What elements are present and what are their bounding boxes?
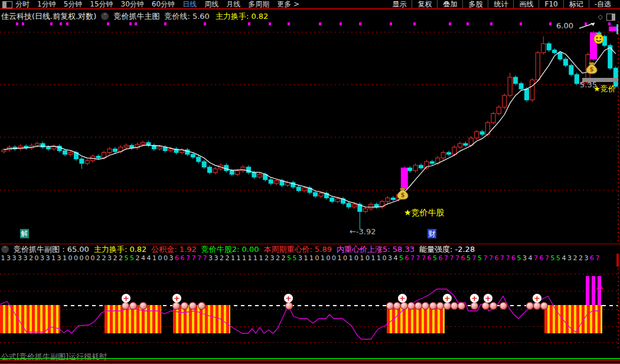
label-badge[interactable]: 解 <box>20 229 29 238</box>
sub-indicator-field: 内重心价上涨5: 58.33 <box>337 244 415 254</box>
sub-indicator-field: 主力换手: 0.82 <box>94 244 146 254</box>
period-tab[interactable]: 15分钟 <box>90 0 113 8</box>
candle-body <box>68 153 73 155</box>
toolbar-button[interactable]: 叠加 <box>437 0 462 8</box>
signal-digit: 2 <box>28 254 34 263</box>
window-split-icon[interactable] <box>2 1 12 8</box>
signal-digit: 1 <box>348 254 354 263</box>
period-tab[interactable]: 30分钟 <box>121 0 144 8</box>
candles-svg: $$ <box>0 21 620 244</box>
candle-body <box>441 153 445 158</box>
period-tab[interactable]: 多周期 <box>248 0 269 8</box>
period-tab[interactable]: 1分钟 <box>37 0 56 8</box>
pink-ball-marker <box>471 302 478 310</box>
toolbar-button[interactable]: F10 <box>539 0 563 8</box>
period-tab[interactable]: 5分钟 <box>64 0 83 8</box>
candle-body <box>80 159 84 163</box>
signal-digit: 5 <box>286 254 292 263</box>
pink-ball-marker <box>422 302 429 310</box>
chevron-down-circle-icon[interactable]: ˅ <box>1 245 9 253</box>
main-indicator-name[interactable]: 竞价抓牛主图 <box>113 11 159 21</box>
main-candlestick-chart[interactable]: $$6.005.35★竞价★竞价牛股←-3.92解财 <box>0 21 620 244</box>
plus-signal-icon: + <box>398 294 407 303</box>
pink-ball-marker <box>285 302 293 310</box>
candle-body <box>475 132 479 138</box>
chevron-down-circle-icon[interactable]: ˅ <box>101 12 109 20</box>
signal-digit: 5 <box>516 254 522 263</box>
pink-ball-marker <box>490 302 497 310</box>
toolbar-button[interactable]: 复权 <box>412 0 437 8</box>
period-tab[interactable]: 周线 <box>204 0 218 8</box>
signal-digit: 0 <box>84 254 90 263</box>
signal-digit: 5 <box>556 254 562 263</box>
period-tab[interactable]: 月线 <box>226 0 240 8</box>
candle-body <box>430 162 434 163</box>
signal-digit: 6 <box>494 254 500 263</box>
period-tab[interactable]: 60分钟 <box>152 0 175 8</box>
signal-digit: 3 <box>208 254 214 263</box>
signal-digit: 3 <box>168 254 174 263</box>
sub-indicator-chart[interactable]: ++++++++ <box>0 264 620 349</box>
signal-digit: 5 <box>550 254 556 263</box>
panel-toggle-icon[interactable] <box>606 14 615 21</box>
toolbar-button[interactable]: -自选 <box>589 0 616 8</box>
candle-body <box>314 192 318 196</box>
signal-digit: 6 <box>589 254 595 263</box>
signal-digit: 1 <box>236 254 242 263</box>
period-tab[interactable]: 日线 <box>182 0 197 8</box>
signal-digit: 5 <box>399 254 404 263</box>
signal-digit: 7 <box>455 254 461 263</box>
candle-body <box>158 147 162 149</box>
toolbar-button[interactable]: 统计 <box>488 0 513 8</box>
signal-digit-row: 1333320331310000022322552441003667777332… <box>0 254 620 263</box>
toolbar-button[interactable]: 显示 <box>387 0 412 8</box>
candle-body <box>124 145 128 147</box>
signal-digit: 7 <box>202 254 208 263</box>
plus-signal-icon: + <box>443 294 452 303</box>
signal-digit: 0 <box>163 254 169 263</box>
signal-digit: 1 <box>247 254 253 263</box>
signal-digit: 4 <box>393 254 399 263</box>
magenta-volume-bar <box>598 276 601 305</box>
candle-body <box>480 132 484 135</box>
signal-digit: 6 <box>426 254 432 263</box>
candle-body <box>547 44 551 50</box>
signal-digit: 2 <box>96 254 102 263</box>
signal-digit: 4 <box>561 254 567 263</box>
candle-body <box>374 204 378 207</box>
period-tab[interactable]: 更多 > <box>277 0 299 8</box>
toolbar-button[interactable]: 画线 <box>513 0 539 8</box>
candle-body <box>575 74 579 83</box>
candle-body <box>163 147 167 150</box>
signal-digit: 3 <box>11 254 17 263</box>
plus-signal-icon: + <box>284 294 293 303</box>
candle-body <box>458 143 462 147</box>
main-indicator-values: 竞价线: 5.60主力换手: 0.82 <box>164 11 268 21</box>
signal-digit: 1 <box>51 254 57 263</box>
signal-digit: 6 <box>174 254 180 263</box>
signal-digit: 0 <box>381 254 387 263</box>
candle-body <box>569 65 573 74</box>
label-badge[interactable]: 财 <box>428 229 436 238</box>
signal-digit: 3 <box>298 254 304 263</box>
diamond-icon[interactable]: ◇ <box>598 13 603 21</box>
cyan-tick <box>616 24 618 34</box>
signal-digit: 1 <box>337 254 342 263</box>
signal-digit: 3 <box>22 254 28 263</box>
candle-body <box>230 170 234 174</box>
signal-digit: 0 <box>342 254 348 263</box>
candle-body <box>530 80 534 100</box>
toolbar-button[interactable]: 多股 <box>462 0 488 8</box>
signal-digit: 0 <box>325 254 331 263</box>
candle-body <box>508 77 512 96</box>
candle-body <box>347 204 351 207</box>
signal-digit: 3 <box>522 254 528 263</box>
signal-digit: 0 <box>73 254 79 263</box>
signal-digit: 1 <box>242 254 247 263</box>
signal-digit: 1 <box>152 254 158 263</box>
period-tab[interactable]: 分时 <box>15 0 30 8</box>
stock-title: 佳云科技(日线.前复权.对数) <box>1 11 96 21</box>
svg-text:$: $ <box>590 66 594 73</box>
pink-ball-marker <box>458 302 465 310</box>
toolbar-button[interactable]: 标记 <box>563 0 589 8</box>
